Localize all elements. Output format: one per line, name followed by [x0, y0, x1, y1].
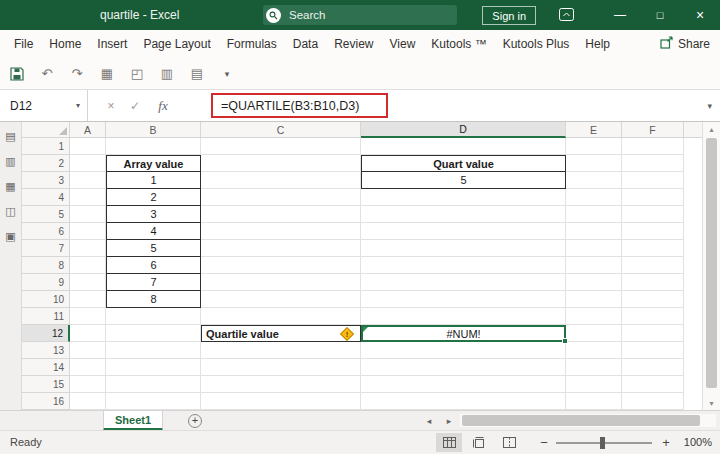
row-header-7[interactable]: 7: [22, 240, 70, 257]
zoom-out-button[interactable]: −: [536, 431, 552, 454]
name-box[interactable]: D12 ▾: [0, 90, 88, 121]
minimize-button[interactable]: —: [600, 0, 640, 30]
scroll-left-button[interactable]: ◂: [420, 411, 438, 430]
ribbon-tab-help[interactable]: Help: [577, 30, 618, 58]
ribbon-tab-insert[interactable]: Insert: [89, 30, 135, 58]
status-mode: Ready: [10, 431, 42, 454]
cell-c12[interactable]: Quartile value!: [201, 325, 361, 342]
search-icon: [266, 8, 281, 23]
zoom-level[interactable]: 100%: [684, 431, 712, 454]
vertical-scrollbar[interactable]: ▴ ▾: [702, 122, 720, 410]
horizontal-scrollbar[interactable]: [460, 414, 716, 427]
row-header-12[interactable]: 12: [22, 325, 70, 342]
page-break-view-button[interactable]: [496, 433, 522, 452]
select-all-button[interactable]: [22, 122, 70, 138]
cell-d12[interactable]: #NUM!: [361, 325, 566, 342]
search-box[interactable]: Search: [263, 5, 457, 25]
column-header-c[interactable]: C: [201, 122, 361, 138]
zoom-slider-thumb[interactable]: [600, 437, 605, 449]
window-title: quartile - Excel: [100, 0, 179, 30]
kutools-sidebar-icon-2[interactable]: ▥: [5, 155, 15, 167]
column-header-d[interactable]: D: [361, 122, 566, 138]
row-header-13[interactable]: 13: [22, 342, 70, 359]
fill-handle[interactable]: [562, 338, 568, 344]
page-layout-view-button[interactable]: [466, 433, 492, 452]
ribbon-tab-kutools-plus[interactable]: Kutools Plus: [495, 30, 578, 58]
scroll-up-button[interactable]: ▴: [703, 122, 720, 136]
kutools-sidebar-icon-5[interactable]: ▣: [5, 230, 15, 242]
ribbon-tab-kutools[interactable]: Kutools ™: [423, 30, 494, 58]
undo-icon[interactable]: ↶: [38, 64, 56, 84]
horizontal-scrollbar-thumb[interactable]: [462, 415, 700, 426]
name-box-dropdown-icon[interactable]: ▾: [76, 101, 80, 110]
enter-button[interactable]: ✓: [124, 90, 146, 121]
row-header-11[interactable]: 11: [22, 308, 70, 325]
ribbon-tab-page-layout[interactable]: Page Layout: [135, 30, 218, 58]
column-header-filler: [684, 122, 702, 138]
kutools-sidebar-icon-3[interactable]: ▦: [5, 180, 15, 192]
ribbon-tab-bar: FileHomeInsertPage LayoutFormulasDataRev…: [0, 30, 720, 58]
row-header-14[interactable]: 14: [22, 359, 70, 376]
maximize-button[interactable]: □: [640, 0, 680, 30]
cell-b2[interactable]: Array value: [106, 155, 201, 172]
row-header-8[interactable]: 8: [22, 257, 70, 274]
chart-icon[interactable]: ▥: [158, 64, 176, 84]
sheet-tab-sheet1[interactable]: Sheet1: [103, 411, 163, 431]
cell-d3[interactable]: 5: [361, 171, 566, 189]
row-header-4[interactable]: 4: [22, 189, 70, 206]
column-header-a[interactable]: A: [70, 122, 106, 138]
sheet-tab-label: Sheet1: [115, 414, 151, 426]
row-header-10[interactable]: 10: [22, 291, 70, 308]
ribbon-tab-data[interactable]: Data: [285, 30, 326, 58]
row-header-3[interactable]: 3: [22, 172, 70, 189]
row-header-6[interactable]: 6: [22, 223, 70, 240]
cell-b10[interactable]: 8: [106, 290, 201, 308]
error-options-button[interactable]: !: [340, 326, 354, 340]
cell-b6[interactable]: 4: [106, 222, 201, 240]
cell-b4[interactable]: 2: [106, 188, 201, 206]
save-icon[interactable]: [8, 64, 26, 84]
row-header-5[interactable]: 5: [22, 206, 70, 223]
cell-b9[interactable]: 7: [106, 273, 201, 291]
add-sheet-button[interactable]: +: [188, 414, 202, 428]
cell-b8[interactable]: 6: [106, 256, 201, 274]
scroll-right-button[interactable]: ▸: [440, 411, 458, 430]
redo-icon[interactable]: ↷: [68, 64, 86, 84]
share-button[interactable]: Share: [660, 30, 710, 58]
cell-b3[interactable]: 1: [106, 171, 201, 189]
kutools-sidebar-icon-4[interactable]: ◫: [5, 205, 15, 217]
cell-b7[interactable]: 5: [106, 239, 201, 257]
cell-d2[interactable]: Quart value: [361, 155, 566, 172]
scroll-down-button[interactable]: ▾: [703, 396, 720, 410]
row-header-9[interactable]: 9: [22, 274, 70, 291]
row-header-2[interactable]: 2: [22, 155, 70, 172]
ribbon-tab-home[interactable]: Home: [41, 30, 89, 58]
document-icon[interactable]: ▤: [188, 64, 206, 84]
column-header-e[interactable]: E: [566, 122, 622, 138]
ribbon-tab-review[interactable]: Review: [326, 30, 381, 58]
print-preview-icon[interactable]: ◰: [128, 64, 146, 84]
column-header-b[interactable]: B: [106, 122, 201, 138]
formula-bar-expand-icon[interactable]: ▾: [707, 90, 712, 121]
cancel-button[interactable]: ×: [100, 90, 122, 121]
vertical-scrollbar-thumb[interactable]: [706, 138, 717, 388]
normal-view-button[interactable]: [436, 433, 462, 452]
ribbon-display-options-icon[interactable]: [559, 8, 574, 21]
row-header-1[interactable]: 1: [22, 138, 70, 155]
sign-in-button[interactable]: Sign in: [482, 6, 536, 25]
formula-input[interactable]: =QUARTILE(B3:B10,D3): [186, 90, 694, 121]
kutools-sidebar-icon-1[interactable]: ▤: [5, 130, 15, 142]
ribbon-tab-view[interactable]: View: [382, 30, 424, 58]
ribbon-tab-file[interactable]: File: [6, 30, 41, 58]
ribbon-tab-formulas[interactable]: Formulas: [219, 30, 285, 58]
zoom-in-button[interactable]: +: [658, 431, 674, 454]
column-header-f[interactable]: F: [622, 122, 684, 138]
close-button[interactable]: ×: [680, 0, 720, 30]
customize-toolbar-icon[interactable]: ▾: [218, 64, 236, 84]
insert-function-button[interactable]: fx: [150, 90, 176, 121]
workspace: ▤▥▦◫▣ ABCDEF12345678910111213141516Array…: [0, 122, 720, 410]
cell-b5[interactable]: 3: [106, 205, 201, 223]
row-header-16[interactable]: 16: [22, 393, 70, 410]
row-header-15[interactable]: 15: [22, 376, 70, 393]
table-icon[interactable]: ▦: [98, 64, 116, 84]
